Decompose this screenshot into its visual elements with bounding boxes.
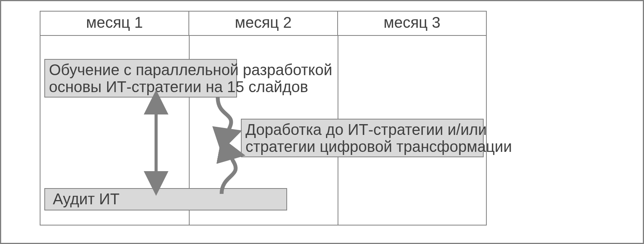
timeline-grid: месяц 1 месяц 2 месяц 3 Обучение с парал… [40, 11, 487, 225]
task-refine: Доработка до ИТ-стратегии и/или стратеги… [241, 119, 484, 157]
diagram-canvas: { "months": ["месяц 1", "месяц 2", "меся… [0, 0, 644, 244]
task-training-line2: основы ИТ-стратегии на 15 слайдов [49, 78, 232, 95]
task-audit: Аудит ИТ [44, 188, 287, 210]
task-training: Обучение с параллельной разработкой осно… [44, 59, 237, 98]
task-training-line1: Обучение с параллельной разработкой [49, 61, 232, 78]
double-arrow-icon [148, 98, 164, 188]
task-refine-line2: стратегии цифровой трансформации [245, 138, 479, 155]
task-refine-line1: Доработка до ИТ-стратегии и/или [245, 121, 479, 138]
month-3-header: месяц 3 [338, 12, 486, 35]
month-1-header: месяц 1 [40, 12, 189, 35]
month-2-header: месяц 2 [189, 12, 338, 35]
timeline-body: Обучение с параллельной разработкой осно… [40, 36, 486, 225]
task-audit-label: Аудит ИТ [53, 190, 119, 207]
timeline-header: месяц 1 месяц 2 месяц 3 [40, 12, 486, 36]
